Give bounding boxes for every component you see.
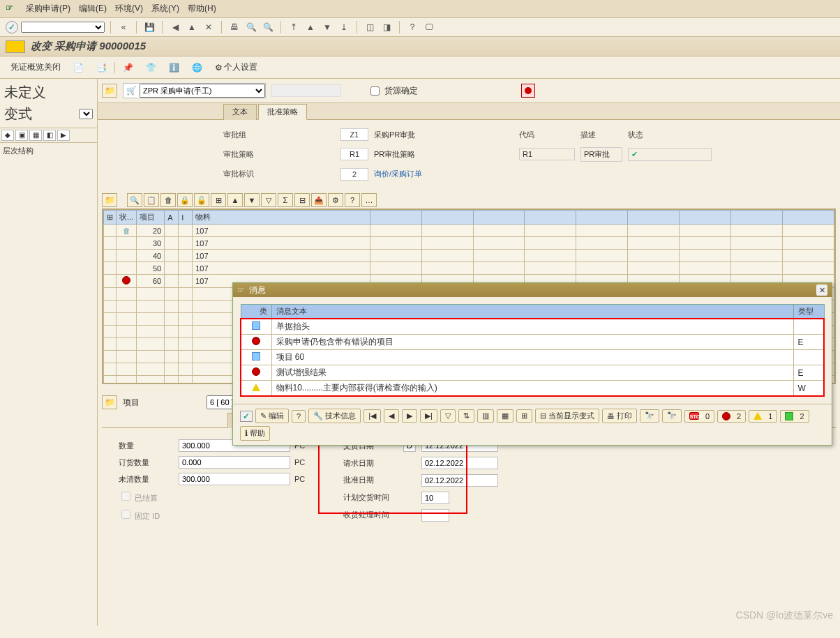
back-arrow-icon[interactable]: ◀ [168,21,182,33]
col-material[interactable]: 物料 [193,211,370,225]
link-release[interactable]: 询价/采购订单 [374,169,513,179]
fld-open-qty[interactable] [179,473,290,485]
msg-col-type[interactable]: 类型 [793,305,824,319]
table-row[interactable]: 50107 [104,262,834,275]
save-icon[interactable]: 💾 [142,21,156,33]
grid-layout-icon[interactable]: ⊟ [294,193,310,207]
dialog-warn-count[interactable]: 1 [749,410,777,423]
col-i[interactable]: I [179,211,193,225]
grid-detail-icon[interactable]: ⊞ [211,193,226,207]
message-row[interactable]: 单据抬头 [241,319,824,335]
new-session-icon[interactable]: ◫ [363,21,377,33]
dialog-col-icon[interactable]: ▥ [477,409,494,423]
dialog-close-button[interactable]: ✕ [816,284,827,296]
dialog-binoc2-icon[interactable]: 🔭 [662,409,682,423]
grid-find-icon[interactable]: 🔍 [127,193,142,207]
dialog-ok-button[interactable]: ✓ [240,411,253,422]
find-icon[interactable]: 🔍 [244,21,258,33]
grid-filter-icon[interactable]: ▽ [261,193,276,207]
grid-more-icon[interactable]: … [361,193,377,207]
menu-env[interactable]: 环境(V) [115,3,143,15]
sidebar-btn1[interactable]: ◆ [1,130,14,141]
fld-gr-time[interactable] [421,509,449,522]
dialog-edit-button[interactable]: ✎编辑 [255,409,289,423]
table-row[interactable]: 🗑20107 [104,225,834,237]
dialog-info-count[interactable]: 2 [780,410,809,423]
hold-icon[interactable]: 📌 [118,61,138,75]
shortcut-icon[interactable]: ◨ [380,21,393,33]
last-page-icon[interactable]: ⤓ [337,21,351,33]
col-a[interactable]: A [165,211,179,225]
grid-sum-icon[interactable]: Σ [278,193,293,207]
dialog-error-count[interactable]: 2 [717,410,746,423]
doc-type-select[interactable]: ZPR 采购申请(手工) [140,84,265,98]
prev-page-icon[interactable]: ▲ [303,21,317,33]
dialog-filter-icon[interactable]: ▽ [440,409,456,423]
dialog-titlebar[interactable]: ☞消息 ✕ [233,283,832,297]
first-page-icon[interactable]: ⤒ [287,21,301,33]
dialog-stop-count[interactable]: STOP 0 [684,410,714,423]
back-icon[interactable]: « [117,21,130,33]
fld-plan-time[interactable] [421,492,449,504]
col-status[interactable]: 状... [117,211,137,225]
message-row[interactable]: 物料10.........主要内部获得(请检查你的输入)W [241,381,824,397]
msg-col-text[interactable]: 消息文本 [271,305,793,319]
message-row[interactable]: 测试增强结果E [241,365,824,381]
dialog-last-icon[interactable]: ▶| [420,409,437,423]
menu-pr[interactable]: 采购申请(P) [26,3,70,15]
grid-lock-icon[interactable]: 🔒 [177,193,193,207]
source-determination-checkbox[interactable]: 货源确定 [368,84,418,98]
message-row[interactable]: 项目 60 [241,350,824,365]
layout-icon[interactable]: 🖵 [422,21,436,33]
fld-ord-qty[interactable] [179,456,290,469]
message-row[interactable]: 采购申请仍包含带有错误的项目E [241,335,824,350]
menu-help[interactable]: 帮助(H) [188,3,216,15]
cancel-icon[interactable]: ✕ [202,21,216,33]
col-item[interactable]: 项目 [137,211,165,225]
dialog-print-button[interactable]: 🖶打印 [602,409,637,423]
sidebar-btn4[interactable]: ◧ [43,130,56,141]
sidebar-btn2[interactable]: ▣ [15,130,28,141]
dialog-next-icon[interactable]: ▶ [402,409,417,423]
check-icon[interactable]: 👕 [141,61,161,75]
dialog-sort-icon[interactable]: ⇅ [458,409,474,423]
table-row[interactable]: 30107 [104,237,834,250]
item-expand-button[interactable]: 📁 [102,395,117,409]
create-icon[interactable]: 📄 [68,61,89,75]
dialog-layout-icon[interactable]: ⊞ [516,409,532,423]
exit-arrow-icon[interactable]: ▲ [185,21,199,33]
dialog-sel-icon[interactable]: ▦ [497,409,513,423]
grid-delete-icon[interactable]: 🗑 [160,193,176,207]
env-icon[interactable]: 🌐 [187,61,207,75]
col-select[interactable]: ⊞ [104,211,117,225]
ok-button[interactable]: ✓ [6,21,18,33]
dialog-help-button[interactable]: ℹ帮助 [240,426,270,441]
dialog-binoc-icon[interactable]: 🔭 [640,409,659,423]
doc-expand-button[interactable]: 📁 [102,84,117,98]
dialog-prev-icon[interactable]: ◀ [384,409,399,423]
sidebar-btn5[interactable]: ▶ [57,130,70,141]
next-page-icon[interactable]: ▼ [320,21,334,33]
grid-sort-asc-icon[interactable]: ▲ [227,193,243,207]
grid-unlock-icon[interactable]: 🔓 [194,193,209,207]
tab-release-strategy[interactable]: 批准策略 [258,104,307,120]
docoverview-close-button[interactable]: 凭证概览关闭 [6,59,66,75]
exit-icon[interactable]: ☞ [6,3,13,15]
msg-col-class[interactable]: 类 [241,305,271,319]
dialog-q-button[interactable]: ? [292,410,306,423]
variant-dropdown[interactable] [79,109,93,119]
dialog-first-icon[interactable]: |◀ [363,409,381,423]
dialog-variant-button[interactable]: ⊟当前显示变式 [535,409,599,423]
other-pr-icon[interactable]: 📑 [91,61,112,75]
grid-copy-icon[interactable]: 📋 [144,193,159,207]
grid-expand-button[interactable]: 📁 [102,193,117,207]
info-icon[interactable]: ℹ️ [164,61,184,75]
grid-sort-desc-icon[interactable]: ▼ [244,193,260,207]
tab-text[interactable]: 文本 [223,104,257,120]
menu-edit[interactable]: 编辑(E) [79,3,107,15]
fld-req-date[interactable] [421,457,498,469]
menu-sys[interactable]: 系统(Y) [151,3,179,15]
fld-appr-date[interactable] [421,474,498,487]
command-field[interactable] [21,22,105,33]
grid-settings-icon[interactable]: ⚙ [328,193,343,207]
